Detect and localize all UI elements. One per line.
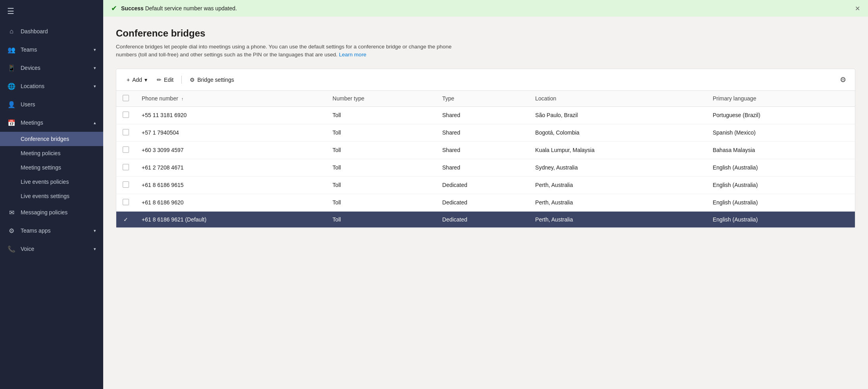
sidebar-subitem-label: Live events settings [21, 193, 69, 199]
sidebar-item-label: Locations [21, 83, 92, 89]
cell-number-type: Toll [326, 124, 436, 141]
devices-icon: 📱 [7, 64, 16, 72]
cell-number-type: Toll [326, 176, 436, 194]
sidebar-item-teams-apps[interactable]: ⚙ Teams apps ▾ [0, 221, 103, 240]
sidebar-item-voice[interactable]: 📞 Voice ▾ [0, 240, 103, 258]
row-select-checkbox[interactable] [123, 129, 129, 135]
sidebar-item-users[interactable]: 👤 Users [0, 95, 103, 114]
sidebar-item-teams[interactable]: 👥 Teams ▾ [0, 40, 103, 59]
edit-icon: ✏ [157, 77, 162, 83]
cell-location: Kuala Lumpur, Malaysia [529, 141, 706, 159]
sidebar-item-locations[interactable]: 🌐 Locations ▾ [0, 77, 103, 95]
dashboard-icon: ⌂ [7, 27, 16, 36]
meetings-icon: 📅 [7, 118, 16, 127]
cell-type: Dedicated [436, 211, 529, 227]
sidebar-item-live-events-policies[interactable]: Live events policies [0, 175, 103, 189]
main-content: ✔ Success Default service number was upd… [103, 0, 868, 389]
teams-icon: 👥 [7, 45, 16, 54]
bridge-settings-label: Bridge settings [197, 77, 234, 83]
table-body: +55 11 3181 6920TollSharedSão Paulo, Bra… [116, 106, 855, 227]
success-banner: ✔ Success Default service number was upd… [103, 0, 868, 17]
row-checkbox[interactable] [116, 141, 135, 159]
sidebar-item-devices[interactable]: 📱 Devices ▾ [0, 59, 103, 77]
row-checkbox[interactable] [116, 176, 135, 194]
cell-location: Bogotá, Colombia [529, 124, 706, 141]
col-language-label: Primary language [713, 95, 756, 102]
sort-icon[interactable]: ↑ [181, 96, 184, 101]
sidebar: ☰ ⌂ Dashboard 👥 Teams ▾ 📱 Devices ▾ 🌐 Lo… [0, 0, 103, 389]
sidebar-item-meeting-policies[interactable]: Meeting policies [0, 146, 103, 160]
sidebar-subitem-label: Meeting settings [21, 164, 61, 171]
table-header: Phone number ↑ Number type Type Location [116, 91, 855, 107]
row-check-mark: ✓ [123, 216, 128, 223]
voice-icon: 📞 [7, 245, 16, 253]
bridge-settings-button[interactable]: ⚙ Bridge settings [186, 74, 238, 85]
table-row[interactable]: +61 8 6186 9615TollDedicatedPerth, Austr… [116, 176, 855, 194]
banner-message: Default service number was updated. [144, 5, 237, 12]
cell-primary-language: English (Australia) [706, 194, 855, 211]
chevron-down-icon: ▾ [94, 84, 96, 89]
row-checkbox[interactable]: ✓ [116, 211, 135, 227]
table-row[interactable]: +55 11 3181 6920TollSharedSão Paulo, Bra… [116, 106, 855, 124]
cell-primary-language: Portuguese (Brazil) [706, 106, 855, 124]
add-icon: + [127, 77, 130, 83]
row-select-checkbox[interactable] [123, 112, 129, 118]
sidebar-item-label: Voice [21, 246, 92, 252]
row-checkbox[interactable] [116, 106, 135, 124]
page-title: Conference bridges [116, 28, 855, 39]
cell-phone-number: +61 2 7208 4671 [135, 159, 326, 176]
col-type-label: Type [442, 95, 454, 102]
cell-phone-number: +57 1 7940504 [135, 124, 326, 141]
table-row[interactable]: +61 2 7208 4671TollSharedSydney, Austral… [116, 159, 855, 176]
row-checkbox[interactable] [116, 124, 135, 141]
table-row[interactable]: +57 1 7940504TollSharedBogotá, ColombiaS… [116, 124, 855, 141]
row-checkbox[interactable] [116, 194, 135, 211]
sidebar-subitem-label: Meeting policies [21, 150, 60, 156]
chevron-up-icon: ▴ [94, 120, 96, 125]
row-select-checkbox[interactable] [123, 146, 129, 153]
table-row[interactable]: ✓+61 8 6186 9621 (Default)TollDedicatedP… [116, 211, 855, 227]
sidebar-item-label: Messaging policies [21, 209, 96, 216]
hamburger-icon[interactable]: ☰ [7, 6, 14, 16]
sidebar-item-messaging-policies[interactable]: ✉ Messaging policies [0, 203, 103, 221]
users-icon: 👤 [7, 100, 16, 109]
add-label: Add [132, 77, 142, 83]
header-primary-language: Primary language [706, 91, 855, 107]
cell-type: Dedicated [436, 176, 529, 194]
sidebar-item-label: Users [21, 101, 96, 108]
sidebar-item-meeting-settings[interactable]: Meeting settings [0, 160, 103, 175]
cell-phone-number: +61 8 6186 9620 [135, 194, 326, 211]
row-checkbox[interactable] [116, 159, 135, 176]
bridge-settings-icon: ⚙ [190, 77, 195, 83]
toolbar: + Add ▾ ✏ Edit ⚙ Bridge settings ⚙ [116, 69, 855, 91]
column-settings-button[interactable]: ⚙ [837, 74, 849, 86]
table-row[interactable]: +60 3 3099 4597TollSharedKuala Lumpur, M… [116, 141, 855, 159]
cell-primary-language: Bahasa Malaysia [706, 141, 855, 159]
cell-primary-language: English (Australia) [706, 211, 855, 227]
cell-primary-language: English (Australia) [706, 159, 855, 176]
sidebar-item-dashboard[interactable]: ⌂ Dashboard [0, 22, 103, 40]
close-icon[interactable]: ✕ [855, 5, 860, 12]
sidebar-header: ☰ [0, 0, 103, 22]
cell-type: Shared [436, 159, 529, 176]
conference-bridges-table-container: + Add ▾ ✏ Edit ⚙ Bridge settings ⚙ [116, 69, 855, 228]
col-number-type-label: Number type [333, 95, 364, 102]
learn-more-link[interactable]: Learn more [339, 52, 366, 58]
select-all-checkbox[interactable] [123, 95, 129, 101]
add-chevron-icon: ▾ [144, 77, 147, 83]
sidebar-item-conference-bridges[interactable]: Conference bridges [0, 132, 103, 146]
header-phone-number: Phone number ↑ [135, 91, 326, 107]
row-select-checkbox[interactable] [123, 181, 129, 188]
row-select-checkbox[interactable] [123, 164, 129, 170]
chevron-down-icon: ▾ [94, 47, 96, 52]
table-row[interactable]: +61 8 6186 9620TollDedicatedPerth, Austr… [116, 194, 855, 211]
edit-button[interactable]: ✏ Edit [153, 74, 177, 85]
banner-bold: Success [121, 5, 144, 12]
row-select-checkbox[interactable] [123, 199, 129, 205]
sidebar-item-meetings[interactable]: 📅 Meetings ▴ [0, 114, 103, 132]
cell-primary-language: Spanish (Mexico) [706, 124, 855, 141]
edit-label: Edit [164, 77, 173, 83]
sidebar-item-live-events-settings[interactable]: Live events settings [0, 189, 103, 203]
header-checkbox[interactable] [116, 91, 135, 107]
add-button[interactable]: + Add ▾ [123, 74, 151, 85]
